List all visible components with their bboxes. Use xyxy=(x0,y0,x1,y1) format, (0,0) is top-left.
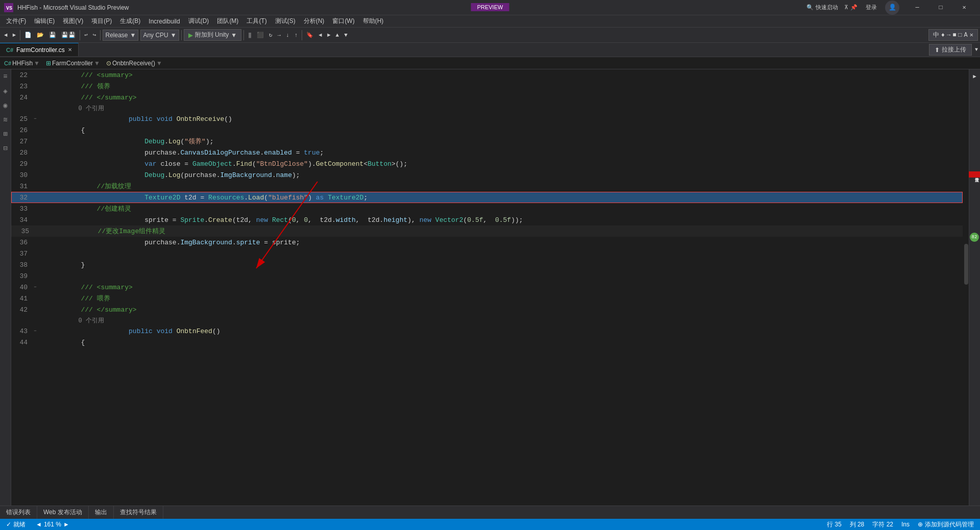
toolbar-sep-2 xyxy=(80,30,80,40)
status-row[interactable]: 行 35 xyxy=(825,520,844,529)
status-char[interactable]: 字符 22 xyxy=(870,520,895,529)
tab-spacer xyxy=(79,43,928,57)
tab-expand-btn[interactable]: ▼ xyxy=(973,43,980,57)
zoom-level[interactable]: 161 % xyxy=(44,521,61,528)
table-row: 24 /// </summary> xyxy=(11,92,963,103)
tab-close-btn[interactable]: ✕ xyxy=(68,47,72,53)
status-ins[interactable]: Ins xyxy=(899,521,912,528)
cn-icon3: → xyxy=(947,32,950,39)
like-btn[interactable]: 点赞上传 xyxy=(969,171,980,178)
menu-debug[interactable]: 调试(D) xyxy=(184,15,213,28)
login-btn[interactable]: 登录 xyxy=(864,3,879,12)
quick-launch-label[interactable]: 快速启动 xyxy=(816,4,838,11)
menu-view[interactable]: 视图(V) xyxy=(59,15,87,28)
bm-next-btn[interactable]: ► xyxy=(325,29,333,41)
window-controls: ─ □ ✕ xyxy=(905,0,976,15)
maximize-btn[interactable]: □ xyxy=(929,0,952,15)
nav-fwd-btn[interactable]: ► xyxy=(11,29,18,41)
code-line: } xyxy=(45,261,963,269)
vertical-scrollbar[interactable] xyxy=(963,69,969,506)
tab-farmcontroller[interactable]: C# FarmController.cs ✕ xyxy=(0,43,79,56)
undo-btn[interactable]: ↩ xyxy=(82,29,90,41)
fold-btn-43[interactable]: − xyxy=(34,329,36,334)
pin-icon: 📌 xyxy=(850,4,857,11)
breadcrumb-member[interactable]: OnbtnReceive() xyxy=(112,60,155,67)
step-into-btn[interactable]: ↓ xyxy=(284,29,291,41)
bm-prev-btn[interactable]: ◄ xyxy=(316,29,324,41)
menu-incredibuild[interactable]: Incredibuild xyxy=(144,15,184,28)
menu-project[interactable]: 项目(P) xyxy=(87,15,116,28)
pause-btn[interactable]: ‖ xyxy=(246,29,254,41)
cn-toolbar-area: 中 ♦ → ■ □ A ✕ xyxy=(928,29,978,41)
scroll-right-btn[interactable]: ► xyxy=(63,521,69,528)
open-btn[interactable]: 📂 xyxy=(35,29,46,41)
breadcrumb-sep1: ▼ xyxy=(34,60,40,67)
breadcrumb-file[interactable]: FarmController xyxy=(52,60,93,67)
line-number: 31 xyxy=(11,183,32,190)
line-number: 25 xyxy=(11,115,32,123)
scroll-left-btn[interactable]: ◄ xyxy=(36,521,42,528)
close-btn[interactable]: ✕ xyxy=(952,0,976,15)
add-to-source-btn[interactable]: ⊕ 添加到源代码管理 xyxy=(916,520,976,529)
menu-build[interactable]: 生成(B) xyxy=(116,15,144,28)
cn-tool-box[interactable]: 中 ♦ → ■ □ A ✕ xyxy=(928,29,978,41)
menu-window[interactable]: 窗口(W) xyxy=(328,15,358,28)
save-all-btn[interactable]: 💾💾 xyxy=(59,29,78,41)
table-row: 39 xyxy=(11,270,963,282)
bm-up-btn[interactable]: ▲ xyxy=(334,29,341,41)
stop-btn[interactable]: ⬛ xyxy=(255,29,266,41)
upload-btn[interactable]: ⬆ 拉接上传 xyxy=(929,44,972,56)
tab-area: C# FarmController.cs ✕ ⬆ 拉接上传 ▼ xyxy=(0,43,980,57)
scrollbar-thumb[interactable] xyxy=(964,244,968,285)
redo-btn[interactable]: ↪ xyxy=(91,29,99,41)
right-panel-expand[interactable]: ▶ xyxy=(970,71,979,81)
bottom-tab-output[interactable]: 输出 xyxy=(89,506,114,519)
play-btn[interactable]: ▶ 附加到 Unity ▼ xyxy=(184,29,242,41)
sidebar-icon-2: ◈ xyxy=(1,86,11,96)
line-number: 43 xyxy=(11,327,32,335)
fold-btn-40[interactable]: − xyxy=(34,285,36,290)
save-btn[interactable]: 💾 xyxy=(47,29,58,41)
editor-container: ≡ ◈ ◉ ≋ ⊞ ⊟ 22 /// <summary> xyxy=(0,69,980,506)
source-icon: ⊕ xyxy=(918,521,923,528)
platform-dropdown[interactable]: Any CPU ▼ xyxy=(140,30,179,41)
menu-analyze[interactable]: 分析(N) xyxy=(300,15,329,28)
config-chevron: ▼ xyxy=(130,32,136,39)
breadcrumb-left: C# HHFish ▼ xyxy=(4,60,40,67)
table-row: 42 /// </summary> xyxy=(11,304,963,315)
nav-back-btn[interactable]: ◄ xyxy=(2,29,10,41)
code-editor[interactable]: 22 /// <summary> 23 /// 领养 xyxy=(11,69,969,506)
step-out-btn[interactable]: ↑ xyxy=(292,29,300,41)
bookmark-btn[interactable]: 🔖 xyxy=(304,29,315,41)
platform-chevron: ▼ xyxy=(170,32,177,39)
minimize-btn[interactable]: ─ xyxy=(905,0,929,15)
config-dropdown[interactable]: Release ▼ xyxy=(103,30,138,41)
cn-icon5: □ xyxy=(958,32,962,39)
status-col[interactable]: 列 28 xyxy=(848,520,867,529)
menu-help[interactable]: 帮助(H) xyxy=(359,15,388,28)
bottom-tab-findsym[interactable]: 查找符号结果 xyxy=(114,506,163,519)
sidebar-icon-3: ◉ xyxy=(1,100,11,110)
fold-btn[interactable]: − xyxy=(34,116,36,121)
breadcrumb-project[interactable]: HHFish xyxy=(12,60,33,67)
bottom-tab-publish[interactable]: Web 发布活动 xyxy=(37,506,89,519)
cn-icon4: ■ xyxy=(952,32,956,39)
avatar[interactable]: 👤 xyxy=(885,1,899,15)
menu-file[interactable]: 文件(F) xyxy=(2,15,30,28)
breadcrumb-right: ⊙ OnbtnReceive() ▼ xyxy=(106,60,162,67)
step-over-btn[interactable]: → xyxy=(275,29,283,41)
restart-btn[interactable]: ↻ xyxy=(267,29,275,41)
new-file-btn[interactable]: 📄 xyxy=(22,29,34,41)
tab-label: FarmController.cs xyxy=(16,46,65,54)
green-badge[interactable]: 82 xyxy=(970,233,979,242)
line-number: 34 xyxy=(11,216,32,224)
menu-team[interactable]: 团队(M) xyxy=(213,15,242,28)
bottom-tab-errors[interactable]: 错误列表 xyxy=(0,506,37,519)
table-row: 44 { xyxy=(11,337,963,348)
bm-down-btn[interactable]: ▼ xyxy=(342,29,350,41)
menu-tools[interactable]: 工具(T) xyxy=(242,15,271,28)
menu-edit[interactable]: 编辑(E) xyxy=(30,15,59,28)
line-number: 36 xyxy=(11,239,32,246)
breadcrumb-sep3: ▼ xyxy=(156,60,162,67)
menu-test[interactable]: 测试(S) xyxy=(271,15,300,28)
